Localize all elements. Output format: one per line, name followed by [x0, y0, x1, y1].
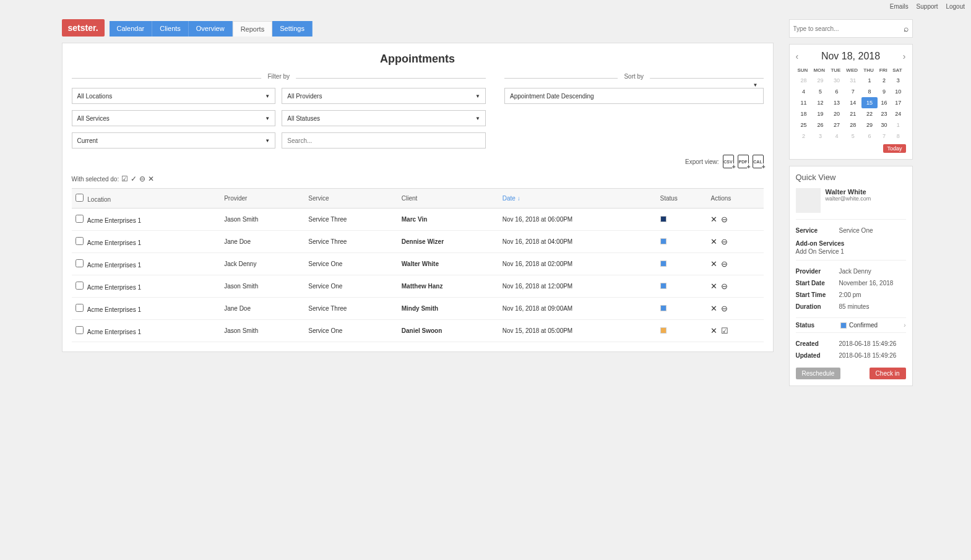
- cal-day[interactable]: 3: [891, 75, 905, 86]
- tab-clients[interactable]: Clients: [152, 21, 189, 37]
- col-status[interactable]: Status: [657, 189, 707, 209]
- tab-settings[interactable]: Settings: [272, 21, 313, 37]
- cal-day[interactable]: 5: [844, 131, 861, 142]
- cal-day[interactable]: 11: [796, 97, 812, 108]
- action-delete-icon[interactable]: ✕: [710, 304, 717, 313]
- action-delete-icon[interactable]: ✕: [710, 237, 717, 246]
- cal-day[interactable]: 28: [796, 75, 812, 86]
- cal-day[interactable]: 7: [844, 86, 861, 97]
- col-location[interactable]: Location: [72, 189, 221, 209]
- cal-day[interactable]: 25: [796, 119, 812, 131]
- reschedule-button[interactable]: Reschedule: [796, 368, 841, 379]
- action-secondary-icon[interactable]: ⊖: [721, 259, 728, 269]
- export-cal-icon[interactable]: CAL: [753, 155, 764, 168]
- today-button[interactable]: Today: [883, 144, 905, 153]
- row-checkbox[interactable]: [76, 215, 84, 223]
- cal-day[interactable]: 1: [861, 75, 877, 86]
- table-row[interactable]: Acme Enterprises 1Jason SmithService One…: [72, 320, 764, 342]
- table-row[interactable]: Acme Enterprises 1Jack DennyService OneW…: [72, 253, 764, 275]
- cal-day[interactable]: 27: [829, 119, 844, 131]
- row-checkbox[interactable]: [76, 326, 84, 334]
- action-secondary-icon[interactable]: ⊖: [721, 215, 728, 224]
- action-delete-icon[interactable]: ✕: [710, 259, 717, 269]
- cal-day[interactable]: 4: [796, 86, 812, 97]
- bulk-approve-icon[interactable]: ✓: [131, 174, 137, 183]
- export-csv-icon[interactable]: CSV: [723, 155, 734, 168]
- cal-day[interactable]: 15: [861, 97, 877, 108]
- tab-calendar[interactable]: Calendar: [110, 21, 153, 37]
- cal-day[interactable]: 26: [811, 119, 829, 131]
- cal-day[interactable]: 30: [829, 75, 844, 86]
- cal-day[interactable]: 23: [878, 108, 891, 119]
- cal-day[interactable]: 19: [811, 108, 829, 119]
- table-row[interactable]: Acme Enterprises 1Jane DoeService ThreeD…: [72, 231, 764, 253]
- filter-statuses[interactable]: All Statuses▼: [282, 110, 486, 126]
- bulk-delete-icon[interactable]: ✕: [148, 174, 154, 183]
- sort-select[interactable]: Appointment Date Descending ▼: [504, 88, 763, 104]
- cal-day[interactable]: 14: [844, 97, 861, 108]
- cal-day[interactable]: 6: [861, 131, 877, 142]
- col-client[interactable]: Client: [398, 189, 499, 209]
- row-checkbox[interactable]: [76, 259, 84, 267]
- action-secondary-icon[interactable]: ☑: [721, 326, 728, 335]
- cal-day[interactable]: 20: [829, 108, 844, 119]
- logout-link[interactable]: Logout: [946, 3, 965, 10]
- search-icon[interactable]: ⌕: [904, 24, 908, 33]
- cal-day[interactable]: 29: [861, 119, 877, 131]
- col-service[interactable]: Service: [304, 189, 397, 209]
- bulk-confirm-icon[interactable]: ☑: [121, 174, 128, 183]
- tab-reports[interactable]: Reports: [233, 21, 273, 37]
- cal-day[interactable]: 24: [891, 108, 905, 119]
- cal-day[interactable]: 16: [878, 97, 891, 108]
- action-delete-icon[interactable]: ✕: [710, 282, 717, 291]
- cal-day[interactable]: 2: [796, 131, 812, 142]
- support-link[interactable]: Support: [917, 3, 938, 10]
- cal-day[interactable]: 10: [891, 86, 905, 97]
- cal-day[interactable]: 29: [811, 75, 829, 86]
- cal-next-icon[interactable]: ›: [903, 51, 906, 61]
- action-delete-icon[interactable]: ✕: [710, 326, 717, 335]
- col-date[interactable]: Date ↓: [499, 189, 657, 209]
- cal-prev-icon[interactable]: ‹: [796, 51, 799, 61]
- cal-day[interactable]: 2: [878, 75, 891, 86]
- cal-day[interactable]: 22: [861, 108, 877, 119]
- cal-day[interactable]: 17: [891, 97, 905, 108]
- cal-day[interactable]: 31: [844, 75, 861, 86]
- action-delete-icon[interactable]: ✕: [710, 215, 717, 224]
- cal-day[interactable]: 4: [829, 131, 844, 142]
- cal-day[interactable]: 6: [829, 86, 844, 97]
- cal-day[interactable]: 21: [844, 108, 861, 119]
- col-actions[interactable]: Actions: [707, 189, 763, 209]
- cal-day[interactable]: 12: [811, 97, 829, 108]
- filter-providers[interactable]: All Providers▼: [282, 88, 486, 104]
- filter-locations[interactable]: All Locations▼: [72, 88, 276, 104]
- cal-day[interactable]: 18: [796, 108, 812, 119]
- select-all-checkbox[interactable]: [76, 194, 84, 202]
- cal-day[interactable]: 3: [811, 131, 829, 142]
- filter-services[interactable]: All Services▼: [72, 110, 276, 126]
- cal-day[interactable]: 8: [861, 86, 877, 97]
- action-secondary-icon[interactable]: ⊖: [721, 282, 728, 291]
- cal-day[interactable]: 9: [878, 86, 891, 97]
- tab-overview[interactable]: Overview: [189, 21, 233, 37]
- qv-status-row[interactable]: Status Confirmed ›: [796, 317, 906, 333]
- row-checkbox[interactable]: [76, 282, 84, 290]
- cal-day[interactable]: 30: [878, 119, 891, 131]
- filter-search-input[interactable]: [287, 137, 480, 144]
- export-pdf-icon[interactable]: PDF: [738, 155, 749, 168]
- filter-range[interactable]: Current▼: [72, 132, 276, 149]
- search-bar[interactable]: ⌕: [789, 19, 913, 38]
- checkin-button[interactable]: Check in: [870, 368, 906, 379]
- emails-link[interactable]: Emails: [890, 3, 908, 10]
- row-checkbox[interactable]: [76, 237, 84, 245]
- cal-day[interactable]: 7: [878, 131, 891, 142]
- action-secondary-icon[interactable]: ⊖: [721, 304, 728, 313]
- cal-day[interactable]: 13: [829, 97, 844, 108]
- cal-day[interactable]: 5: [811, 86, 829, 97]
- cal-day[interactable]: 28: [844, 119, 861, 131]
- action-secondary-icon[interactable]: ⊖: [721, 237, 728, 246]
- search-input[interactable]: [793, 25, 904, 32]
- filter-search[interactable]: [282, 132, 486, 149]
- table-row[interactable]: Acme Enterprises 1Jason SmithService One…: [72, 275, 764, 298]
- row-checkbox[interactable]: [76, 304, 84, 312]
